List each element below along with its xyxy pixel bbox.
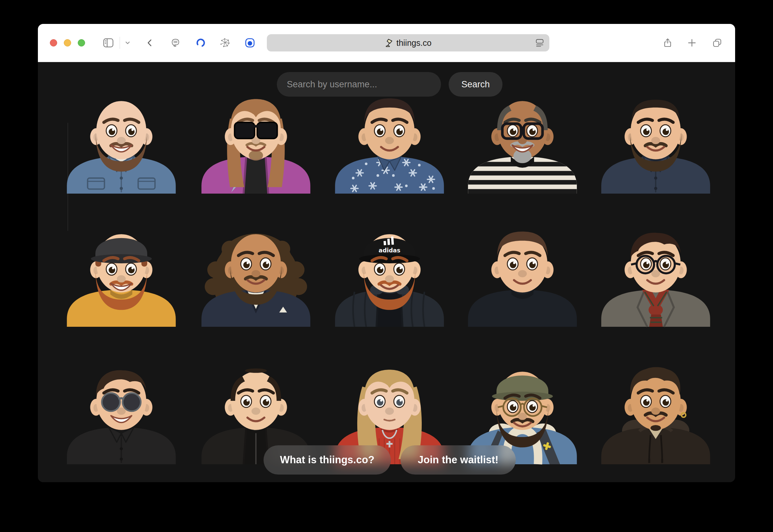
record-dot-icon xyxy=(244,38,255,48)
chevron-down-icon xyxy=(124,40,131,46)
loading-spinner-icon xyxy=(195,38,206,48)
graph-extension-button[interactable] xyxy=(219,38,230,48)
page-format-icon xyxy=(535,38,545,48)
svg-text:adidas: adidas xyxy=(378,247,400,254)
sidebar-expand-button[interactable] xyxy=(124,40,131,46)
avatar-tile[interactable] xyxy=(184,223,327,327)
avatar-image xyxy=(50,90,193,194)
plus-icon xyxy=(687,38,697,48)
back-button[interactable] xyxy=(145,38,154,47)
avatar-image xyxy=(584,361,727,464)
avatar-tile[interactable] xyxy=(451,223,594,327)
page-content: adidas Search What is thiings.co? Join t… xyxy=(38,62,735,482)
page-format-button[interactable] xyxy=(535,38,545,49)
tab-overview-icon xyxy=(712,38,723,48)
avatar-image xyxy=(584,223,727,327)
avatar-tile[interactable] xyxy=(584,223,727,327)
zoom-button[interactable] xyxy=(78,39,85,46)
avatar-image xyxy=(184,223,327,327)
toolbar-divider xyxy=(120,37,120,49)
avatar-grid: adidas xyxy=(38,62,735,482)
address-bar[interactable]: thiings.co xyxy=(267,34,549,51)
close-button[interactable] xyxy=(50,39,57,46)
back-chevron-icon xyxy=(145,38,154,47)
avatar-image xyxy=(584,90,727,194)
minimize-button[interactable] xyxy=(64,39,71,46)
record-extension-button[interactable] xyxy=(244,38,255,48)
sidebar-toggle-button[interactable] xyxy=(103,37,114,48)
mastodon-icon xyxy=(170,38,181,48)
sidebar-icon xyxy=(103,37,114,48)
avatar-image xyxy=(318,90,461,194)
share-button[interactable] xyxy=(662,38,673,48)
browser-window: thiings.co xyxy=(38,24,735,482)
browser-toolbar: thiings.co xyxy=(38,24,735,62)
avatar-image xyxy=(184,90,327,194)
avatar-tile[interactable] xyxy=(50,90,193,194)
avatar-tile[interactable] xyxy=(318,90,461,194)
avatar-tile[interactable] xyxy=(584,361,727,464)
avatar-image xyxy=(50,223,193,327)
search-button[interactable]: Search xyxy=(449,72,503,97)
new-tab-button[interactable] xyxy=(687,38,697,48)
avatar-tile[interactable] xyxy=(451,90,594,194)
tab-overview-button[interactable] xyxy=(712,38,723,48)
avatar-tile[interactable] xyxy=(50,223,193,327)
mastodon-extension-button[interactable] xyxy=(170,38,181,48)
avatar-image xyxy=(451,90,594,194)
avatar-tile[interactable] xyxy=(584,90,727,194)
avatar-image xyxy=(50,361,193,464)
join-waitlist-button[interactable]: Join the waitlist! xyxy=(401,445,516,475)
share-icon xyxy=(662,38,673,48)
loading-extension-button[interactable] xyxy=(195,38,206,48)
avatar-tile[interactable]: adidas xyxy=(318,223,461,327)
network-graph-icon xyxy=(219,38,230,48)
url-text: thiings.co xyxy=(397,38,432,48)
search-input[interactable] xyxy=(277,72,441,97)
avatar-tile[interactable] xyxy=(184,90,327,194)
avatar-image: adidas xyxy=(318,223,461,327)
avatar-image xyxy=(451,223,594,327)
avatar-tile[interactable] xyxy=(50,361,193,464)
site-favicon-lamp-icon xyxy=(385,38,393,47)
about-button[interactable]: What is thiings.co? xyxy=(263,445,391,475)
